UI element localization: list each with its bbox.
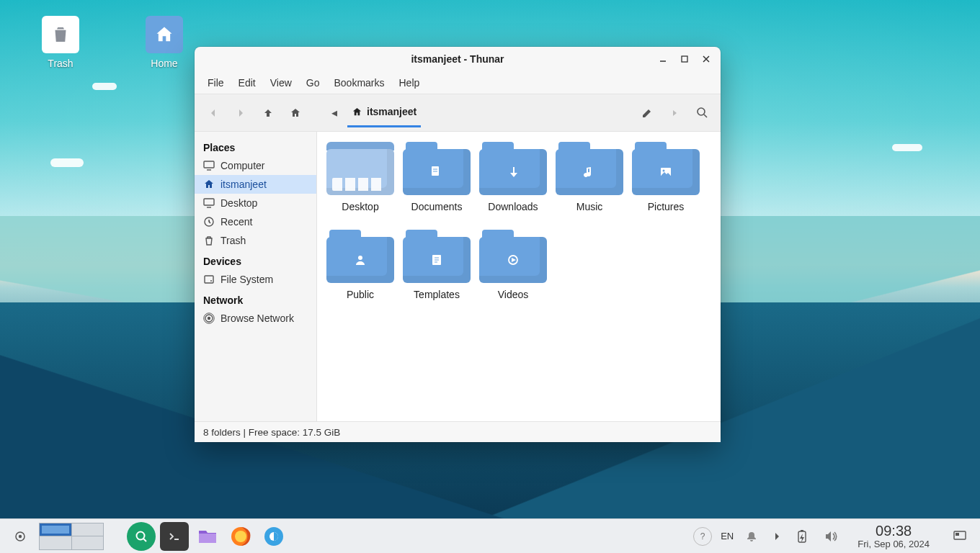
close-button[interactable] <box>696 49 716 69</box>
monitor-icon <box>203 160 215 171</box>
nav-up-button[interactable] <box>257 102 280 125</box>
launcher-terminal[interactable] <box>160 522 189 551</box>
launcher-firefox[interactable] <box>226 522 255 551</box>
speaker-icon <box>824 529 838 544</box>
clock-date: Fri, Sep 06, 2024 <box>858 539 930 550</box>
clock[interactable]: 09:38 Fri, Sep 06, 2024 <box>850 523 937 550</box>
sidebar: Places ComputeritsmanjeetDesktopRecentTr… <box>195 132 317 421</box>
launcher-files[interactable] <box>193 522 222 551</box>
folder-label: Public <box>323 289 398 300</box>
folder-music[interactable]: Music <box>552 142 627 212</box>
desktop[interactable]: Trash Home itsmanjeet - Thunar File Edit… <box>0 0 980 553</box>
nav-forward-button[interactable] <box>229 102 252 125</box>
sidebar-header-places: Places <box>195 136 316 156</box>
menubar: File Edit View Go Bookmarks Help <box>195 71 721 94</box>
menu-file[interactable]: File <box>202 74 230 91</box>
edit-path-button[interactable] <box>636 102 659 125</box>
toolbar: ◂ itsmanjeet <box>195 94 721 132</box>
menu-bookmarks[interactable]: Bookmarks <box>328 74 390 91</box>
help-indicator[interactable]: ? <box>693 527 712 546</box>
sidebar-header-network: Network <box>195 289 316 309</box>
svg-point-17 <box>19 534 22 537</box>
show-desktop-button[interactable] <box>6 522 35 551</box>
sidebar-item-browse-network[interactable]: Browse Network <box>195 309 316 328</box>
menu-go[interactable]: Go <box>300 74 326 91</box>
notifications-button[interactable] <box>742 522 761 551</box>
sidebar-item-label: Desktop <box>220 197 257 209</box>
search-icon <box>134 529 148 544</box>
sidebar-item-recent[interactable]: Recent <box>195 212 316 231</box>
battery-icon <box>796 529 808 544</box>
maximize-button[interactable] <box>674 49 695 69</box>
folder-downloads[interactable]: Downloads <box>476 142 551 212</box>
folder-icon <box>479 142 547 195</box>
desktop-icon-label: Trash <box>26 58 95 69</box>
home-icon <box>154 24 174 45</box>
launcher-search[interactable] <box>127 522 156 551</box>
svg-point-7 <box>208 317 210 320</box>
breadcrumb-back-icon[interactable]: ◂ <box>326 106 343 120</box>
folder-templates[interactable]: Templates <box>399 230 474 300</box>
folder-documents[interactable]: Documents <box>399 142 474 212</box>
svg-rect-5 <box>205 276 213 283</box>
keyboard-layout[interactable]: EN <box>721 531 734 541</box>
desktop-icon-home[interactable]: Home <box>130 16 199 69</box>
folder-icon <box>403 142 471 195</box>
sidebar-item-file-system[interactable]: File System <box>195 270 316 289</box>
desktop-icon <box>953 531 966 542</box>
folder-icon <box>403 230 471 283</box>
menu-edit[interactable]: Edit <box>233 74 262 91</box>
statusbar: 8 folders | Free space: 17.5 GiB <box>195 421 721 442</box>
breadcrumb[interactable]: itsmanjeet <box>347 99 421 127</box>
folder-label: Documents <box>399 201 474 212</box>
launcher-web[interactable] <box>259 522 288 551</box>
nav-back-button[interactable] <box>202 102 225 125</box>
firefox-icon <box>230 526 251 547</box>
folder-videos[interactable]: Videos <box>476 230 551 300</box>
folder-desktop[interactable]: Desktop <box>323 142 398 212</box>
minimize-button[interactable] <box>653 49 673 69</box>
breadcrumb-label: itsmanjeet <box>367 106 416 117</box>
sidebar-item-trash[interactable]: Trash <box>195 231 316 250</box>
toolbar-forward-icon[interactable] <box>663 102 686 125</box>
folder-label: Templates <box>399 289 474 300</box>
sidebar-item-itsmanjeet[interactable]: itsmanjeet <box>195 175 316 194</box>
folder-view[interactable]: DesktopDocumentsDownloadsMusicPicturesPu… <box>317 132 721 421</box>
volume-indicator[interactable] <box>820 522 842 551</box>
titlebar[interactable]: itsmanjeet - Thunar <box>195 47 721 71</box>
sidebar-item-label: Computer <box>220 160 264 171</box>
desktop-icon-trash[interactable]: Trash <box>26 16 95 69</box>
globe-icon <box>263 526 285 547</box>
panel: ? EN 09:38 Fri, Sep 06, 2024 <box>0 518 980 553</box>
svg-point-20 <box>235 531 246 542</box>
trash-icon <box>50 24 71 45</box>
svg-point-18 <box>137 531 145 539</box>
folder-icon <box>556 142 623 195</box>
file-manager-window: itsmanjeet - Thunar File Edit View Go Bo… <box>195 47 721 442</box>
battery-indicator[interactable] <box>793 522 811 551</box>
sidebar-item-label: Browse Network <box>220 313 294 324</box>
chevron-right-icon <box>773 531 780 541</box>
tray-desktop-button[interactable] <box>945 522 974 551</box>
folder-public[interactable]: Public <box>323 230 398 300</box>
nav-home-button[interactable] <box>284 102 307 125</box>
folder-icon <box>632 142 700 195</box>
menu-help[interactable]: Help <box>393 74 426 91</box>
folder-icon <box>479 230 547 283</box>
sidebar-item-label: Trash <box>220 235 246 246</box>
sidebar-item-label: File System <box>220 274 273 285</box>
sidebar-item-desktop[interactable]: Desktop <box>195 194 316 212</box>
status-text: 8 folders | Free space: 17.5 GiB <box>203 427 340 438</box>
folder-label: Pictures <box>628 201 703 212</box>
folder-label: Downloads <box>476 201 551 212</box>
sidebar-item-computer[interactable]: Computer <box>195 156 316 175</box>
menu-view[interactable]: View <box>264 74 298 91</box>
workspace-switcher[interactable] <box>39 523 104 550</box>
system-tray: ? EN 09:38 Fri, Sep 06, 2024 <box>693 522 974 551</box>
home-icon <box>352 107 362 117</box>
tray-expand[interactable] <box>770 522 784 551</box>
recent-icon <box>203 216 215 228</box>
folder-pictures[interactable]: Pictures <box>628 142 703 212</box>
svg-rect-24 <box>801 530 803 531</box>
search-button[interactable] <box>690 102 713 125</box>
